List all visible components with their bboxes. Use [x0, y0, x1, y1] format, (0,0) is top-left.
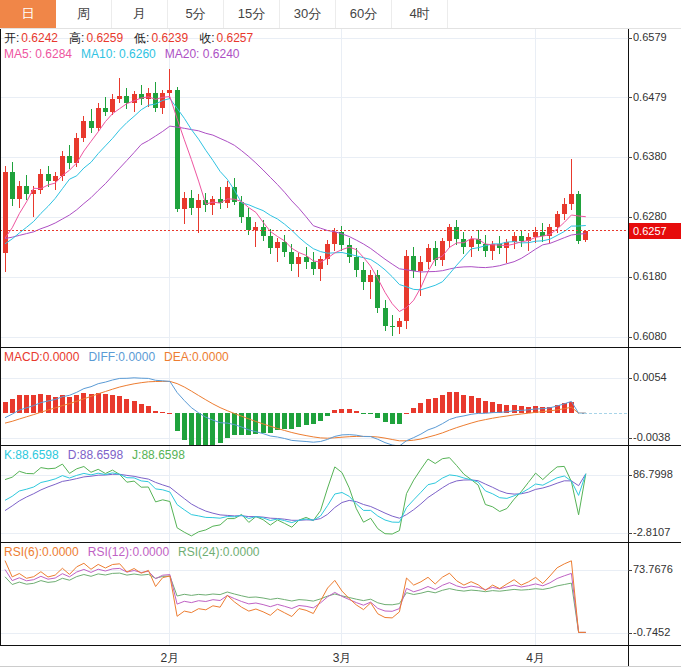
macd-legend: MACD:0.0000DIFF:0.0000DEA:0.0000 — [4, 350, 238, 364]
y-axis-label: -0.0038 — [633, 431, 670, 443]
y-axis-label: 0.6280 — [633, 210, 667, 222]
ohlc-legend: 开:0.6242高:0.6259低:0.6239收:0.6257 — [4, 31, 264, 45]
tab-60min[interactable]: 60分 — [336, 0, 392, 28]
y-axis-label: 0.6180 — [633, 270, 667, 282]
macd-legend-item: DIFF:0.0000 — [88, 350, 155, 364]
y-axis-label: 86.7998 — [633, 468, 673, 480]
macd-legend-item: DEA:0.0000 — [164, 350, 229, 364]
y-axis-label: -2.8107 — [633, 526, 670, 538]
ohlc-label: 收: — [199, 31, 214, 45]
ma-legend-item: MA5: 0.6284 — [4, 47, 72, 61]
rsi-legend-item: RSI(6):0.0000 — [4, 545, 79, 559]
ohlc-value: 0.6239 — [151, 31, 188, 45]
tab-label: 30分 — [294, 5, 321, 23]
x-axis-label: 3月 — [327, 650, 357, 667]
ma-legend: MA5: 0.6284MA10: 0.6260MA20: 0.6240 — [4, 47, 248, 61]
y-axis-label: 0.6380 — [633, 150, 667, 162]
tab-label: 4时 — [409, 5, 429, 23]
tab-label: 15分 — [238, 5, 265, 23]
tab-4hour[interactable]: 4时 — [392, 0, 448, 28]
x-axis-label: 2月 — [155, 650, 185, 667]
tab-week[interactable]: 周 — [56, 0, 112, 28]
ohlc-label: 高: — [69, 31, 84, 45]
tab-month[interactable]: 月 — [112, 0, 168, 28]
timeframe-tabs: 日周月5分15分30分60分4时 — [0, 0, 681, 29]
macd-legend-item: MACD:0.0000 — [4, 350, 79, 364]
tab-label: 5分 — [185, 5, 205, 23]
chart-canvas[interactable] — [0, 0, 681, 672]
ma-legend-item: MA20: 0.6240 — [165, 47, 240, 61]
y-axis-label: 0.6080 — [633, 330, 667, 342]
y-axis-label: -0.7452 — [633, 626, 670, 638]
rsi-legend: RSI(6):0.0000RSI(12):0.0000RSI(24):0.000… — [4, 545, 269, 559]
tab-label: 周 — [77, 5, 90, 23]
tab-label: 日 — [22, 5, 35, 23]
ohlc-label: 开: — [4, 31, 19, 45]
tab-15min[interactable]: 15分 — [224, 0, 280, 28]
ma-legend-item: MA10: 0.6260 — [81, 47, 156, 61]
kdj-legend: K:88.6598D:88.6598J:88.6598 — [4, 448, 194, 462]
kdj-legend-item: J:88.6598 — [132, 448, 185, 462]
tab-label: 60分 — [350, 5, 377, 23]
y-axis-label: 0.6479 — [633, 91, 667, 103]
ohlc-value: 0.6259 — [86, 31, 123, 45]
current-price-badge: 0.6257 — [629, 223, 681, 239]
chart-area[interactable] — [0, 0, 681, 672]
x-axis-label: 4月 — [521, 650, 551, 667]
y-axis-label: 73.7676 — [633, 563, 673, 575]
rsi-legend-item: RSI(24):0.0000 — [178, 545, 259, 559]
ohlc-value: 0.6257 — [216, 31, 253, 45]
ohlc-item: 开:0.6242 — [4, 31, 60, 45]
ohlc-item: 低:0.6239 — [134, 31, 190, 45]
y-axis-label: 0.0054 — [633, 371, 667, 383]
rsi-legend-item: RSI(12):0.0000 — [88, 545, 169, 559]
ohlc-value: 0.6242 — [21, 31, 58, 45]
ohlc-item: 高:0.6259 — [69, 31, 125, 45]
tab-5min[interactable]: 5分 — [168, 0, 224, 28]
ohlc-label: 低: — [134, 31, 149, 45]
y-axis-label: 0.6579 — [633, 31, 667, 43]
kdj-legend-item: D:88.6598 — [68, 448, 123, 462]
tab-label: 月 — [133, 5, 146, 23]
ohlc-item: 收:0.6257 — [199, 31, 255, 45]
tab-day[interactable]: 日 — [0, 0, 56, 28]
kdj-legend-item: K:88.6598 — [4, 448, 59, 462]
tab-30min[interactable]: 30分 — [280, 0, 336, 28]
